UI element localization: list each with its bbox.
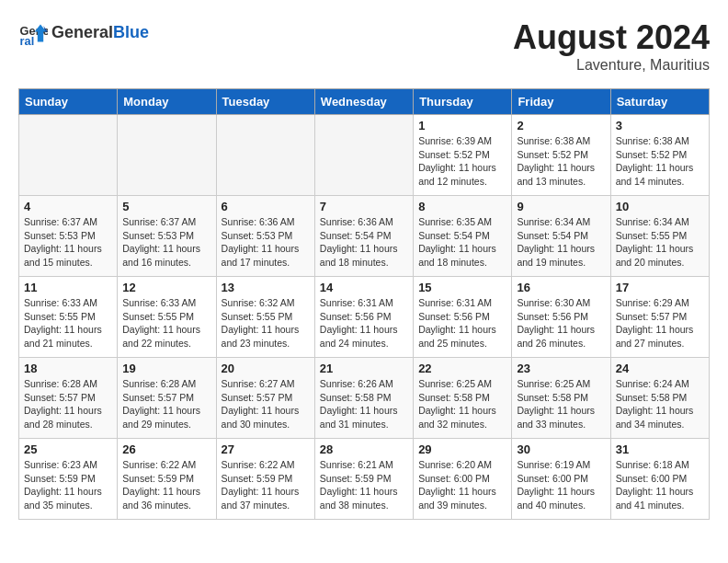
calendar-cell: 27Sunrise: 6:22 AMSunset: 5:59 PMDayligh… [216, 439, 314, 520]
day-info: Sunrise: 6:30 AMSunset: 5:56 PMDaylight:… [517, 296, 605, 350]
day-info: Sunrise: 6:37 AMSunset: 5:53 PMDaylight:… [24, 215, 112, 270]
day-info: Sunrise: 6:22 AMSunset: 5:59 PMDaylight:… [122, 458, 210, 512]
day-number: 14 [320, 281, 408, 294]
day-number: 11 [24, 281, 112, 294]
calendar-cell: 29Sunrise: 6:20 AMSunset: 6:00 PMDayligh… [414, 439, 512, 520]
day-info: Sunrise: 6:23 AMSunset: 5:59 PMDaylight:… [24, 458, 112, 512]
calendar-cell: 8Sunrise: 6:35 AMSunset: 5:54 PMDaylight… [414, 196, 512, 277]
day-info: Sunrise: 6:34 AMSunset: 5:54 PMDaylight:… [517, 215, 605, 270]
weekday-saturday: Saturday [610, 89, 709, 115]
day-info: Sunrise: 6:28 AMSunset: 5:57 PMDaylight:… [24, 377, 112, 431]
calendar-cell: 18Sunrise: 6:28 AMSunset: 5:57 PMDayligh… [19, 358, 118, 439]
calendar-cell: 2Sunrise: 6:38 AMSunset: 5:52 PMDaylight… [512, 115, 610, 196]
day-info: Sunrise: 6:25 AMSunset: 5:58 PMDaylight:… [517, 377, 605, 431]
calendar-cell: 26Sunrise: 6:22 AMSunset: 5:59 PMDayligh… [118, 439, 216, 520]
calendar-cell: 7Sunrise: 6:36 AMSunset: 5:54 PMDaylight… [314, 196, 413, 277]
weekday-wednesday: Wednesday [314, 89, 413, 115]
calendar-cell: 25Sunrise: 6:23 AMSunset: 5:59 PMDayligh… [19, 439, 118, 520]
day-number: 9 [517, 200, 605, 213]
weekday-tuesday: Tuesday [216, 89, 314, 115]
calendar-cell: 10Sunrise: 6:34 AMSunset: 5:55 PMDayligh… [610, 196, 709, 277]
day-number: 31 [616, 442, 704, 456]
svg-text:ral: ral [20, 34, 35, 48]
calendar-cell: 20Sunrise: 6:27 AMSunset: 5:57 PMDayligh… [216, 358, 314, 439]
day-number: 29 [418, 442, 506, 456]
day-number: 2 [517, 119, 605, 132]
day-number: 7 [320, 200, 408, 213]
day-number: 6 [222, 200, 310, 213]
day-info: Sunrise: 6:24 AMSunset: 5:58 PMDaylight:… [616, 377, 704, 431]
page-header: Gene ral GeneralBlue August 2024 Laventu… [18, 18, 710, 74]
weekday-header-row: SundayMondayTuesdayWednesdayThursdayFrid… [19, 89, 710, 115]
day-info: Sunrise: 6:39 AMSunset: 5:52 PMDaylight:… [418, 134, 506, 189]
day-info: Sunrise: 6:18 AMSunset: 6:00 PMDaylight:… [616, 458, 704, 512]
day-info: Sunrise: 6:38 AMSunset: 5:52 PMDaylight:… [616, 134, 704, 189]
calendar-cell: 14Sunrise: 6:31 AMSunset: 5:56 PMDayligh… [314, 277, 413, 358]
calendar-cell: 16Sunrise: 6:30 AMSunset: 5:56 PMDayligh… [512, 277, 610, 358]
calendar-cell: 17Sunrise: 6:29 AMSunset: 5:57 PMDayligh… [610, 277, 709, 358]
day-info: Sunrise: 6:36 AMSunset: 5:53 PMDaylight:… [222, 215, 310, 270]
day-number: 21 [320, 362, 408, 375]
calendar-cell: 3Sunrise: 6:38 AMSunset: 5:52 PMDaylight… [610, 115, 709, 196]
day-number: 20 [222, 362, 310, 375]
calendar-cell: 31Sunrise: 6:18 AMSunset: 6:00 PMDayligh… [610, 439, 709, 520]
day-info: Sunrise: 6:25 AMSunset: 5:58 PMDaylight:… [418, 377, 506, 431]
day-number: 13 [222, 281, 310, 294]
week-row-4: 18Sunrise: 6:28 AMSunset: 5:57 PMDayligh… [19, 358, 710, 439]
day-info: Sunrise: 6:20 AMSunset: 6:00 PMDaylight:… [418, 458, 506, 512]
day-info: Sunrise: 6:26 AMSunset: 5:58 PMDaylight:… [320, 377, 408, 431]
title-block: August 2024 Laventure, Mauritius [513, 18, 710, 74]
day-info: Sunrise: 6:31 AMSunset: 5:56 PMDaylight:… [320, 296, 408, 350]
calendar-cell: 5Sunrise: 6:37 AMSunset: 5:53 PMDaylight… [118, 196, 216, 277]
day-number: 15 [418, 281, 506, 294]
weekday-sunday: Sunday [19, 89, 118, 115]
day-number: 17 [616, 281, 704, 294]
week-row-2: 4Sunrise: 6:37 AMSunset: 5:53 PMDaylight… [19, 196, 710, 277]
day-info: Sunrise: 6:38 AMSunset: 5:52 PMDaylight:… [517, 134, 605, 189]
calendar-cell: 11Sunrise: 6:33 AMSunset: 5:55 PMDayligh… [19, 277, 118, 358]
day-info: Sunrise: 6:28 AMSunset: 5:57 PMDaylight:… [122, 377, 210, 431]
calendar-cell: 4Sunrise: 6:37 AMSunset: 5:53 PMDaylight… [19, 196, 118, 277]
day-info: Sunrise: 6:19 AMSunset: 6:00 PMDaylight:… [517, 458, 605, 512]
logo: Gene ral GeneralBlue [18, 18, 149, 48]
calendar-cell: 6Sunrise: 6:36 AMSunset: 5:53 PMDaylight… [216, 196, 314, 277]
week-row-1: 1Sunrise: 6:39 AMSunset: 5:52 PMDaylight… [19, 115, 710, 196]
week-row-3: 11Sunrise: 6:33 AMSunset: 5:55 PMDayligh… [19, 277, 710, 358]
day-number: 5 [122, 200, 210, 213]
day-number: 4 [24, 200, 112, 213]
weekday-monday: Monday [118, 89, 216, 115]
day-number: 26 [122, 442, 210, 456]
day-number: 10 [616, 200, 704, 213]
calendar-cell: 13Sunrise: 6:32 AMSunset: 5:55 PMDayligh… [216, 277, 314, 358]
day-number: 18 [24, 362, 112, 375]
calendar-cell: 24Sunrise: 6:24 AMSunset: 5:58 PMDayligh… [610, 358, 709, 439]
day-info: Sunrise: 6:21 AMSunset: 5:59 PMDaylight:… [320, 458, 408, 512]
day-number: 30 [517, 442, 605, 456]
calendar-cell: 21Sunrise: 6:26 AMSunset: 5:58 PMDayligh… [314, 358, 413, 439]
day-info: Sunrise: 6:27 AMSunset: 5:57 PMDaylight:… [222, 377, 310, 431]
calendar-cell: 15Sunrise: 6:31 AMSunset: 5:56 PMDayligh… [414, 277, 512, 358]
location: Laventure, Mauritius [513, 57, 710, 74]
logo-blue: Blue [113, 23, 149, 41]
day-info: Sunrise: 6:22 AMSunset: 5:59 PMDaylight:… [222, 458, 310, 512]
week-row-5: 25Sunrise: 6:23 AMSunset: 5:59 PMDayligh… [19, 439, 710, 520]
day-info: Sunrise: 6:29 AMSunset: 5:57 PMDaylight:… [616, 296, 704, 350]
day-number: 28 [320, 442, 408, 456]
calendar-cell [118, 115, 216, 196]
day-number: 27 [222, 442, 310, 456]
day-number: 25 [24, 442, 112, 456]
calendar-cell: 30Sunrise: 6:19 AMSunset: 6:00 PMDayligh… [512, 439, 610, 520]
calendar-cell [216, 115, 314, 196]
logo-general: General [51, 23, 113, 41]
calendar-cell: 23Sunrise: 6:25 AMSunset: 5:58 PMDayligh… [512, 358, 610, 439]
day-info: Sunrise: 6:37 AMSunset: 5:53 PMDaylight:… [122, 215, 210, 270]
day-number: 22 [418, 362, 506, 375]
month-year: August 2024 [513, 18, 710, 57]
calendar-cell: 9Sunrise: 6:34 AMSunset: 5:54 PMDaylight… [512, 196, 610, 277]
day-number: 12 [122, 281, 210, 294]
day-number: 8 [418, 200, 506, 213]
day-number: 19 [122, 362, 210, 375]
calendar-cell [314, 115, 413, 196]
day-number: 24 [616, 362, 704, 375]
day-number: 3 [616, 119, 704, 132]
